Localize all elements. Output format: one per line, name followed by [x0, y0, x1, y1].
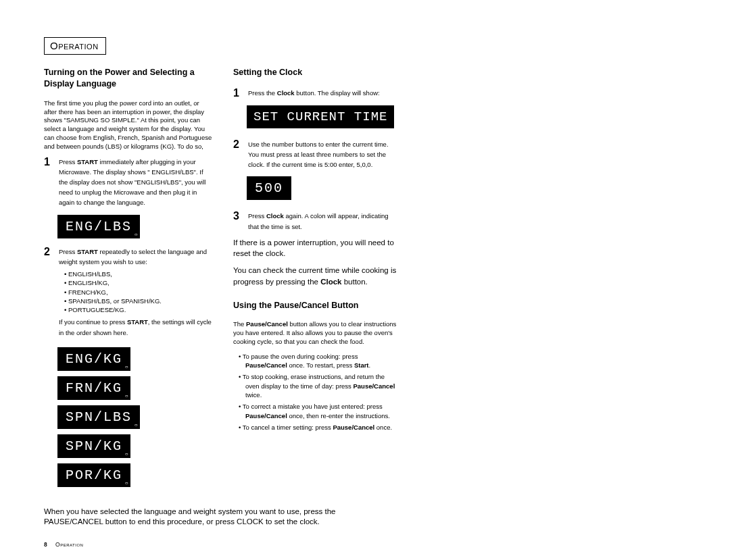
step-number: 1: [44, 157, 53, 168]
left-step-1: 1 Press START immediately after plugging…: [44, 157, 213, 208]
pause-bullets: • To pause the oven during cooking: pres…: [233, 352, 399, 432]
power-interruption-note: If there is a power interruption, you wi…: [233, 237, 399, 259]
step-number: 2: [233, 139, 243, 150]
two-column-layout: Turning on the Power and Selecting a Dis…: [44, 67, 689, 490]
lcd-spn-lbs: SPN/LBS▭: [57, 405, 140, 429]
lcd-set-time: SET CURRENT TIME: [247, 103, 399, 131]
left-intro: The first time you plug the power cord i…: [44, 99, 213, 151]
step-text: Press Clock again. A colon will appear, …: [248, 211, 399, 231]
step-text: Press START immediately after plugging i…: [59, 157, 213, 208]
manual-page: Operation Turning on the Power and Selec…: [0, 0, 730, 560]
left-step-2: 2 Press START repeatedly to select the l…: [44, 247, 213, 340]
lcd-500: 500: [247, 174, 399, 203]
step-text: Use the number buttons to enter the curr…: [248, 139, 399, 170]
lcd-por-kg: POR/KG▭: [57, 463, 130, 487]
check-time-note: You can check the current time while coo…: [233, 265, 399, 287]
page-number: 8: [44, 541, 47, 548]
lcd-spn-kg: SPN/KG▭: [57, 434, 130, 458]
left-bottom-paragraph: When you have selected the language and …: [44, 507, 362, 528]
lcd-stack: ENG/KG▭ FRN/KG▭ SPN/LBS▭ SPN/KG▭ POR/KG▭: [57, 345, 213, 490]
lcd-eng-lbs: ENG/LBS▭: [57, 215, 140, 238]
lcd-display: ENG/LBS▭: [57, 212, 213, 241]
lcd-frn-kg: FRN/KG▭: [57, 376, 130, 400]
clock-step-2: 2 Use the number buttons to enter the cu…: [233, 139, 399, 170]
left-heading: Turning on the Power and Selecting a Dis…: [44, 67, 213, 90]
language-options: • ENGLISH/LBS, • ENGLISH/KG, • FRENCH/KG…: [59, 270, 213, 314]
footer-section: Operation: [55, 541, 83, 548]
pause-bullet-3: • To correct a mistake you have just ent…: [233, 402, 399, 420]
section-title: Operation: [50, 40, 99, 51]
clock-step-3: 3 Press Clock again. A colon will appear…: [233, 211, 399, 231]
pause-bullet-2: • To stop cooking, erase instructions, a…: [233, 372, 399, 399]
clock-step-1: 1 Press the Clock button. The display wi…: [233, 88, 399, 99]
step-number: 2: [44, 247, 53, 257]
right-column: Setting the Clock 1 Press the Clock butt…: [233, 67, 399, 490]
page-footer: 8 Operation: [44, 541, 83, 548]
lcd-eng-kg: ENG/KG▭: [57, 347, 130, 371]
left-column: Turning on the Power and Selecting a Dis…: [44, 67, 213, 490]
section-title-box: Operation: [44, 37, 106, 55]
step-number: 3: [233, 211, 243, 222]
pause-intro: The Pause/Cancel button allows you to cl…: [233, 320, 399, 346]
step-number: 1: [233, 88, 243, 99]
step-text: Press the Clock button. The display will…: [248, 88, 399, 98]
pause-bullet-1: • To pause the oven during cooking: pres…: [233, 352, 399, 370]
pause-heading: Using the Pause/Cancel Button: [233, 300, 399, 311]
clock-heading: Setting the Clock: [233, 67, 399, 78]
pause-bullet-4: • To cancel a timer setting: press Pause…: [233, 423, 399, 432]
step-text: Press START repeatedly to select the lan…: [59, 247, 213, 340]
